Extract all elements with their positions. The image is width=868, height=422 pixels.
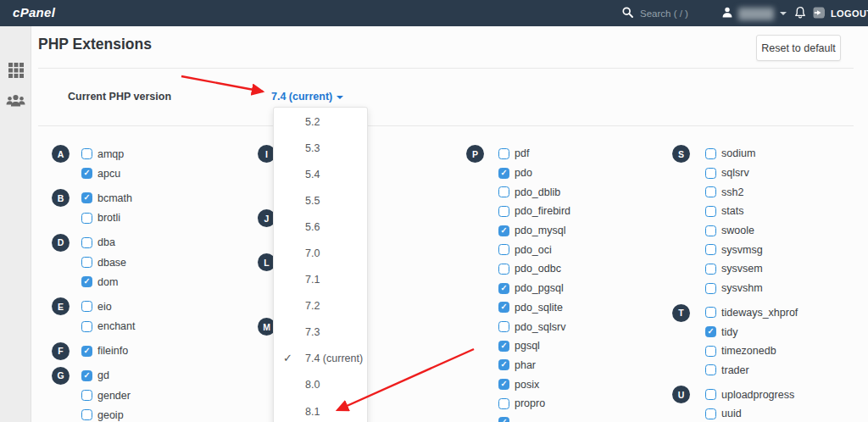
extension-sysvmsg[interactable]: sysvmsg bbox=[705, 240, 868, 259]
dropdown-item-7.2[interactable]: 7.2 bbox=[274, 293, 367, 319]
checkbox-dba[interactable] bbox=[81, 237, 92, 248]
checkbox-posix[interactable]: ✓ bbox=[498, 379, 509, 390]
extension-uploadprogress[interactable]: uploadprogress bbox=[705, 385, 868, 404]
extension-fileinfo[interactable]: ✓fileinfo bbox=[81, 341, 264, 361]
checkbox-uuid[interactable] bbox=[705, 408, 716, 419]
dropdown-item-7.3[interactable]: 7.3 bbox=[274, 319, 367, 346]
checkbox-geoip[interactable] bbox=[81, 409, 92, 420]
checkbox-swoole[interactable] bbox=[705, 225, 716, 236]
checkbox-tideways_xhprof[interactable] bbox=[705, 307, 716, 318]
sidebar-item-users[interactable] bbox=[0, 93, 31, 108]
checkbox-ssh2[interactable] bbox=[705, 186, 716, 197]
dropdown-item-7.0[interactable]: 7.0 bbox=[274, 240, 367, 266]
checkbox-pgsql[interactable]: ✓ bbox=[498, 341, 509, 352]
checkbox-pdo_dblib[interactable] bbox=[498, 186, 509, 197]
extension-dba[interactable]: dba bbox=[81, 233, 264, 253]
checkbox-pdo_sqlsrv[interactable] bbox=[498, 321, 509, 332]
checkbox-sysvmsg[interactable] bbox=[705, 244, 716, 255]
extension-pdo_pgsql[interactable]: ✓pdo_pgsql bbox=[498, 279, 678, 298]
extension-brotli[interactable]: brotli bbox=[81, 208, 264, 228]
checkbox-pdo_sqlite[interactable]: ✓ bbox=[498, 302, 509, 313]
checkbox-gd[interactable]: ✓ bbox=[81, 370, 92, 381]
sidebar-item-apps-grid[interactable] bbox=[0, 63, 31, 78]
extension-swoole[interactable]: swoole bbox=[705, 221, 868, 241]
checkbox-sysvsem[interactable] bbox=[705, 264, 716, 275]
checkbox-sqlsrv[interactable] bbox=[705, 168, 716, 179]
extension-sysvsem[interactable]: sysvsem bbox=[705, 259, 868, 279]
user-menu[interactable] bbox=[722, 4, 787, 23]
checkbox-bcmath[interactable]: ✓ bbox=[81, 192, 92, 203]
checkbox-propro[interactable] bbox=[498, 398, 509, 409]
extension-phar[interactable]: ✓phar bbox=[498, 356, 678, 375]
extension-trader[interactable]: trader bbox=[705, 361, 868, 380]
checkbox-timezonedb[interactable] bbox=[705, 346, 716, 357]
checkbox-pdo[interactable]: ✓ bbox=[498, 168, 509, 179]
dropdown-item-5.6[interactable]: 5.6 bbox=[274, 214, 367, 240]
checkbox-pdo_firebird[interactable] bbox=[498, 206, 509, 217]
checkbox-stats[interactable] bbox=[705, 206, 716, 217]
dropdown-item-5.2[interactable]: 5.2 bbox=[274, 108, 367, 135]
logout-button[interactable]: LOGOUT bbox=[813, 7, 868, 20]
extension-pdo_oci[interactable]: pdo_oci bbox=[498, 240, 678, 259]
extension-apcu[interactable]: ✓apcu bbox=[81, 164, 264, 183]
checkbox-pdo_oci[interactable] bbox=[498, 244, 509, 255]
extension-sysvshm[interactable]: sysvshm bbox=[705, 279, 868, 298]
extension-posix[interactable]: ✓posix bbox=[498, 375, 678, 394]
dropdown-item-8.0[interactable]: 8.0 bbox=[274, 372, 367, 398]
extension-sodium[interactable]: sodium bbox=[705, 144, 868, 164]
checkbox-sysvshm[interactable] bbox=[705, 283, 716, 294]
extension-pdo_sqlsrv[interactable]: pdo_sqlsrv bbox=[498, 317, 678, 336]
checkbox-fileinfo[interactable]: ✓ bbox=[81, 346, 92, 357]
extension-pdo_dblib[interactable]: pdo_dblib bbox=[498, 182, 678, 202]
checkbox-uploadprogress[interactable] bbox=[705, 389, 716, 400]
dropdown-item-7.1[interactable]: 7.1 bbox=[274, 267, 367, 293]
checkbox-phar[interactable]: ✓ bbox=[498, 359, 509, 370]
checkbox-eio[interactable] bbox=[81, 301, 92, 312]
checkbox-pdo_odbc[interactable] bbox=[498, 264, 509, 275]
extension-pdo_firebird[interactable]: pdo_firebird bbox=[498, 202, 678, 221]
checkbox-dbase[interactable] bbox=[81, 257, 92, 268]
extension-amqp[interactable]: amqp bbox=[81, 144, 264, 164]
extension-timezonedb[interactable]: timezonedb bbox=[705, 341, 868, 361]
extension-pdo_mysql[interactable]: ✓pdo_mysql bbox=[498, 221, 678, 241]
extension-eio[interactable]: eio bbox=[81, 297, 264, 316]
checkbox-trader[interactable] bbox=[705, 364, 716, 375]
checkbox-dom[interactable]: ✓ bbox=[81, 276, 92, 287]
extension-pdo[interactable]: ✓pdo bbox=[498, 164, 678, 183]
extension-sqlsrv[interactable]: sqlsrv bbox=[705, 164, 868, 183]
dropdown-item-7.4-current-[interactable]: ✓7.4 (current) bbox=[274, 346, 367, 372]
checkbox-enchant[interactable] bbox=[81, 321, 92, 332]
extension-pdf[interactable]: pdf bbox=[498, 144, 678, 164]
extension-gender[interactable]: gender bbox=[81, 386, 264, 405]
checkbox-tidy[interactable]: ✓ bbox=[705, 326, 716, 337]
extension-tidy[interactable]: ✓tidy bbox=[705, 322, 868, 341]
search-input[interactable]: Search ( / ) bbox=[622, 5, 688, 22]
extension-enchant[interactable]: enchant bbox=[81, 317, 264, 336]
extension-stats[interactable]: stats bbox=[705, 202, 868, 221]
dropdown-item-5.4[interactable]: 5.4 bbox=[274, 161, 367, 187]
checkbox-amqp[interactable] bbox=[81, 148, 92, 159]
dropdown-item-5.3[interactable]: 5.3 bbox=[274, 135, 367, 161]
checkbox-pdf[interactable] bbox=[498, 148, 509, 159]
extension-tideways_xhprof[interactable]: tideways_xhprof bbox=[705, 303, 868, 323]
extension-dom[interactable]: ✓dom bbox=[81, 272, 264, 292]
extension-uuid[interactable]: uuid bbox=[705, 404, 868, 422]
dropdown-item-5.5[interactable]: 5.5 bbox=[274, 187, 367, 214]
reset-to-default-button[interactable]: Reset to default bbox=[756, 35, 841, 61]
extension-pdo_odbc[interactable]: pdo_odbc bbox=[498, 259, 678, 279]
checkbox-brotli[interactable] bbox=[81, 213, 92, 224]
extension-pdo_sqlite[interactable]: ✓pdo_sqlite bbox=[498, 298, 678, 318]
checkbox-apcu[interactable]: ✓ bbox=[81, 168, 92, 179]
checkbox-sodium[interactable] bbox=[705, 148, 716, 159]
extension-geoip[interactable]: geoip bbox=[81, 405, 264, 422]
dropdown-item-8.1[interactable]: 8.1 bbox=[274, 398, 367, 422]
php-version-dropdown-toggle[interactable]: 7.4 (current) bbox=[271, 91, 343, 103]
extension-partial[interactable]: ✓ bbox=[498, 414, 678, 422]
notifications-bell-button[interactable] bbox=[793, 6, 807, 24]
checkbox-partial[interactable]: ✓ bbox=[498, 417, 509, 422]
extension-dbase[interactable]: dbase bbox=[81, 253, 264, 272]
extension-gd[interactable]: ✓gd bbox=[81, 366, 264, 386]
checkbox-gender[interactable] bbox=[81, 390, 92, 401]
checkbox-pdo_mysql[interactable]: ✓ bbox=[498, 225, 509, 236]
extension-bcmath[interactable]: ✓bcmath bbox=[81, 188, 264, 208]
